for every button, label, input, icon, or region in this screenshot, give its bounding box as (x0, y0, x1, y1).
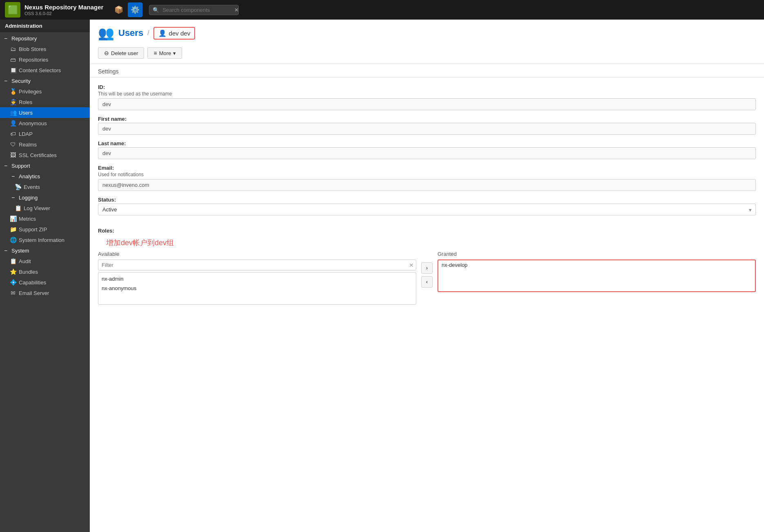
toolbar: ⊖ Delete user ≡ More ▾ (90, 45, 764, 64)
box-icon-btn[interactable]: 📦 (111, 2, 126, 17)
roles-arrows: › ‹ (421, 251, 433, 288)
status-select[interactable]: Active Disabled (98, 204, 756, 215)
sidebar-item-realms[interactable]: 🛡 Realms (0, 139, 90, 150)
sidebar-item-label: Users (19, 110, 33, 116)
ldap-icon: 🏷 (10, 131, 16, 137)
topbar-icons: 📦 ⚙️ (111, 2, 142, 17)
sidebar-item-support[interactable]: − Support (0, 160, 90, 171)
anonymous-icon: 👤 (10, 120, 16, 126)
sidebar-item-label: Privileges (19, 89, 42, 95)
sidebar-item-email-server[interactable]: ✉ Email Server (0, 288, 90, 298)
lastname-label: Last name: (98, 140, 756, 146)
ssl-icon: 🖼 (10, 152, 16, 158)
sidebar-item-label: SSL Certificates (19, 152, 57, 158)
granted-item[interactable]: nx-develop (442, 262, 752, 268)
app-logo: 🟩 Nexus Repository Manager OSS 3.6.0-02 (5, 2, 103, 18)
search-input[interactable] (162, 7, 231, 13)
sidebar-item-label: System (11, 248, 29, 254)
collapse-icon: − (2, 247, 9, 254)
content-selectors-icon: 🔲 (10, 67, 16, 73)
breadcrumb-label: dev dev (169, 30, 191, 37)
breadcrumb-current: 👤 dev dev (153, 27, 195, 40)
sidebar-item-privileges[interactable]: 🏅 Privileges (0, 86, 90, 97)
form-area: ID: This will be used as the username Fi… (90, 78, 764, 228)
sidebar-item-log-viewer[interactable]: 📋 Log Viewer (0, 203, 90, 213)
sidebar-item-capabilities[interactable]: 💠 Capabilities (0, 277, 90, 288)
id-input[interactable] (98, 98, 756, 110)
roles-granted-col: Granted nx-develop (438, 251, 756, 292)
sidebar-item-system-info[interactable]: 🌐 System Information (0, 235, 90, 245)
sidebar-item-label: Capabilities (19, 279, 46, 286)
sidebar-item-blob-stores[interactable]: 🗂 Blob Stores (0, 44, 90, 54)
roles-section: Roles: 增加dev帐户到dev组 Available ✕ nx-admin… (90, 228, 764, 311)
page-header-icon: 👥 (98, 25, 114, 41)
sidebar-item-logging[interactable]: − Logging (0, 192, 90, 203)
repositories-icon: 🗃 (10, 56, 16, 63)
sidebar-item-security[interactable]: − Security (0, 75, 90, 86)
roles-filter-input[interactable] (98, 259, 416, 270)
sidebar-item-roles[interactable]: 👮 Roles (0, 97, 90, 107)
annotation-text: 增加dev帐户到dev组 (106, 238, 756, 248)
app-subtitle: OSS 3.6.0-02 (24, 11, 103, 16)
sidebar-item-ldap[interactable]: 🏷 LDAP (0, 129, 90, 139)
delete-icon: ⊖ (104, 50, 109, 56)
sidebar-item-label: Log Viewer (24, 205, 50, 211)
roles-available-col: Available ✕ nx-admin nx-anonymous (98, 251, 416, 305)
form-group-lastname: Last name: (98, 140, 756, 159)
events-icon: 📡 (15, 184, 21, 190)
capabilities-icon: 💠 (10, 279, 16, 286)
gear-icon-btn[interactable]: ⚙️ (128, 2, 142, 17)
app-title: Nexus Repository Manager (24, 4, 103, 11)
filter-clear-icon[interactable]: ✕ (409, 262, 414, 268)
granted-label: Granted (438, 251, 756, 257)
more-button[interactable]: ≡ More ▾ (147, 47, 182, 59)
sidebar-item-audit[interactable]: 📋 Audit (0, 256, 90, 266)
move-right-button[interactable]: › (421, 262, 433, 274)
lastname-input[interactable] (98, 147, 756, 159)
sidebar-item-label: Blob Stores (19, 46, 46, 52)
delete-user-button[interactable]: ⊖ Delete user (98, 47, 144, 59)
move-left-button[interactable]: ‹ (421, 276, 433, 288)
content-area: 👥 Users / 👤 dev dev ⊖ Delete user ≡ More… (90, 20, 764, 532)
sidebar-item-bundles[interactable]: ⭐ Bundles (0, 266, 90, 277)
sidebar-item-repository[interactable]: − Repository (0, 33, 90, 44)
sidebar-item-label: Logging (19, 195, 38, 201)
collapse-icon: − (2, 162, 9, 169)
system-info-icon: 🌐 (10, 237, 16, 243)
sidebar-item-ssl-certificates[interactable]: 🖼 SSL Certificates (0, 150, 90, 160)
list-item[interactable]: nx-admin (98, 274, 416, 284)
list-item[interactable]: nx-anonymous (98, 284, 416, 293)
sidebar-item-users[interactable]: 👥 Users (0, 107, 90, 118)
realms-icon: 🛡 (10, 141, 16, 148)
users-icon: 👥 (10, 109, 16, 116)
sidebar-item-system[interactable]: − System (0, 245, 90, 256)
sidebar-item-analytics[interactable]: − Analytics (0, 171, 90, 182)
settings-section-label: Settings (90, 64, 764, 78)
sidebar-item-repositories[interactable]: 🗃 Repositories (0, 54, 90, 65)
sidebar-item-label: Support ZIP (19, 226, 47, 233)
roles-filter-wrap: ✕ (98, 259, 416, 270)
audit-icon: 📋 (10, 258, 16, 264)
support-zip-icon: 📁 (10, 226, 16, 233)
sidebar-item-label: Metrics (19, 216, 36, 222)
app-title-block: Nexus Repository Manager OSS 3.6.0-02 (24, 4, 103, 16)
settings-label: Settings (98, 68, 119, 75)
email-input[interactable] (98, 179, 756, 191)
form-group-firstname: First name: (98, 116, 756, 135)
sidebar-item-support-zip[interactable]: 📁 Support ZIP (0, 224, 90, 235)
sidebar-item-label: Roles (19, 99, 32, 105)
sidebar-item-anonymous[interactable]: 👤 Anonymous (0, 118, 90, 129)
sidebar-item-label: System Information (19, 237, 64, 243)
collapse-icon: − (10, 194, 16, 201)
sidebar-item-content-selectors[interactable]: 🔲 Content Selectors (0, 65, 90, 75)
dropdown-arrow-icon: ▾ (173, 50, 176, 56)
sidebar-item-label: Realms (19, 142, 37, 148)
search-bar[interactable]: 🔍 ✕ (149, 5, 239, 15)
sidebar-item-label: Repository (11, 35, 37, 42)
sidebar-item-metrics[interactable]: 📊 Metrics (0, 213, 90, 224)
search-clear-icon[interactable]: ✕ (234, 7, 239, 13)
sidebar-item-events[interactable]: 📡 Events (0, 182, 90, 192)
roles-row: Available ✕ nx-admin nx-anonymous › ‹ (98, 251, 756, 305)
firstname-input[interactable] (98, 123, 756, 135)
metrics-icon: 📊 (10, 215, 16, 222)
